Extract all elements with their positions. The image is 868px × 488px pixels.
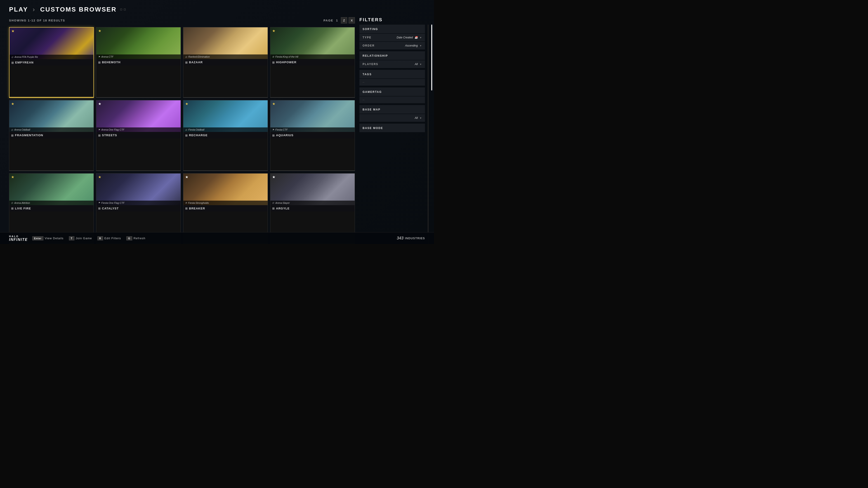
card-overlay-highpower: ★ <box>270 27 355 34</box>
title-dots <box>120 8 126 10</box>
halo-text: HALO <box>9 235 28 238</box>
action-key-1[interactable]: T <box>69 236 74 240</box>
filter-type-row[interactable]: TYPE Date Created 📅 ▼ <box>360 34 425 41</box>
card-overlay-recharge: ★ <box>183 100 268 107</box>
card-image-highpower: ★ ⚙ Fiesta:King of the Hil <box>270 27 355 59</box>
mode-icon-recharge: ◎ <box>185 129 187 131</box>
action-key-3[interactable]: G <box>126 236 132 240</box>
filter-basemap: BASE MAP <box>360 105 425 113</box>
mode-icon-aquarius: ⚑ <box>272 129 274 131</box>
scroll-track[interactable] <box>428 25 429 244</box>
card-star-catalyst: ★ <box>98 175 101 179</box>
type-dropdown-icon: ▼ <box>420 36 422 39</box>
bottom-action-2[interactable]: R Edit Filters <box>97 236 121 240</box>
card-mode-text-recharge: Fiesta:Oddball <box>188 128 204 131</box>
scroll-thumb <box>431 25 432 90</box>
card-map-name-livefire: Live Fire <box>15 207 31 210</box>
action-label-1: Join Game <box>76 236 92 240</box>
card-mode-catalyst: ⚑ Fiesta:One Flag CTF <box>96 201 181 205</box>
card-border-streets <box>96 170 181 171</box>
players-label: PLAYERS <box>363 63 378 66</box>
card-footer-behemoth: ▦ Behemoth <box>96 59 181 66</box>
studios-number: 343 <box>397 236 403 240</box>
separator: › <box>33 6 38 13</box>
filter-players-row[interactable]: PLAYERS All ▼ <box>360 60 425 68</box>
card-mode-argyle: ◎ Arena:Slayer <box>270 201 355 205</box>
card-mode-text-aquarius: Fiesta:CTF <box>275 128 287 131</box>
basemap-dropdown-icon: ▼ <box>420 117 422 119</box>
card-map-name-fragmentation: Fragmentation <box>15 133 43 137</box>
card-highpower[interactable]: ★ ⚙ Fiesta:King of the Hil ▦ Highpower <box>270 27 355 98</box>
card-mode-text-highpower: Fiesta:King of the Hil <box>275 55 298 58</box>
card-streets[interactable]: ★ ⚑ Arena:One Flag CTF ▦ Streets <box>96 100 181 171</box>
card-border-bazaar <box>183 97 268 98</box>
card-empyrean[interactable]: ★ ◎ Arena:FFA Purple Re ▦ Empyrean <box>9 27 94 98</box>
card-overlay-streets: ★ <box>96 100 181 107</box>
map-icon-argyle: ▦ <box>272 207 275 210</box>
card-star-livefire: ★ <box>11 175 14 179</box>
title-dot-2 <box>124 8 126 10</box>
pagination-z-btn[interactable]: Z <box>341 17 347 24</box>
card-recharge[interactable]: ★ ◎ Fiesta:Oddball ▦ Recharge <box>183 100 268 171</box>
card-mode-streets: ⚑ Arena:One Flag CTF <box>96 127 181 132</box>
card-star-behemoth: ★ <box>98 29 101 33</box>
mode-icon-empyrean: ◎ <box>11 56 13 58</box>
card-mode-text-catalyst: Fiesta:One Flag CTF <box>101 201 125 204</box>
card-image-bazaar: ◎ Ranked:Elimination <box>183 27 268 59</box>
card-image-livefire: ★ ◎ Arena:Attrition <box>9 173 94 205</box>
bottom-action-3[interactable]: G Refresh <box>126 236 145 240</box>
filter-basemap-row[interactable]: All ▼ <box>360 114 425 122</box>
action-key-0[interactable]: Enter <box>32 236 43 240</box>
card-overlay-catalyst: ★ <box>96 173 181 181</box>
mode-icon-catalyst: ⚑ <box>98 201 100 204</box>
action-key-2[interactable]: R <box>97 236 103 240</box>
players-dropdown-icon: ▼ <box>420 63 422 66</box>
card-star-recharge: ★ <box>185 102 188 106</box>
mode-icon-livefire: ◎ <box>11 201 13 204</box>
pagination-x-btn[interactable]: X <box>348 17 355 24</box>
card-border-fragmentation <box>9 170 94 171</box>
results-bar: SHOWING 1-12 OF 18 RESULTS PAGE 1 Z X <box>9 17 355 24</box>
card-image-aquarius: ★ ⚑ Fiesta:CTF <box>270 100 355 132</box>
order-label: ORDER <box>363 44 375 47</box>
calendar-icon: 📅 <box>414 36 418 39</box>
cards-grid: ★ ◎ Arena:FFA Purple Re ▦ Empyrean ★ ⚑ A <box>9 27 355 244</box>
content-area: PLAY › CUSTOMS BROWSER SHOWING 1-12 OF 1… <box>9 6 355 244</box>
type-value-container: Date Created 📅 ▼ <box>397 36 422 39</box>
bottom-action-1[interactable]: T Join Game <box>69 236 92 240</box>
filters-title: FILTERS <box>360 17 425 22</box>
card-mode-behemoth: ⚑ Arena:CTF <box>96 55 181 59</box>
card-overlay-aquarius: ★ <box>270 100 355 107</box>
card-overlay-breaker: ★ <box>183 173 268 181</box>
mode-icon-behemoth: ⚑ <box>98 56 100 58</box>
basemode-label: BASE MODE <box>363 127 383 130</box>
map-icon-fragmentation: ▦ <box>11 134 13 137</box>
card-border-highpower <box>270 97 355 98</box>
relationship-label: RELATIONSHIP <box>363 54 388 57</box>
mode-icon-bazaar: ◎ <box>185 56 187 58</box>
card-overlay-behemoth: ★ <box>96 27 181 34</box>
card-aquarius[interactable]: ★ ⚑ Fiesta:CTF ▦ Aquarius <box>270 100 355 171</box>
map-icon-streets: ▦ <box>98 134 101 137</box>
bottom-action-0[interactable]: Enter View Details <box>32 236 64 240</box>
card-behemoth[interactable]: ★ ⚑ Arena:CTF ▦ Behemoth <box>96 27 181 98</box>
card-footer-breaker: ▦ Breaker <box>183 205 268 212</box>
card-mode-recharge: ◎ Fiesta:Oddball <box>183 127 268 132</box>
mode-icon-breaker: ⊕ <box>185 201 187 204</box>
card-footer-highpower: ▦ Highpower <box>270 59 355 66</box>
filter-gamertag: GAMERTAG <box>360 88 425 96</box>
card-fragmentation[interactable]: ★ ◎ Arena:Oddball ▦ Fragmentation <box>9 100 94 171</box>
card-star-streets: ★ <box>98 102 101 106</box>
card-map-name-recharge: Recharge <box>189 133 208 137</box>
action-label-2: Edit Filters <box>104 236 121 240</box>
card-star-breaker: ★ <box>185 175 188 179</box>
filter-order-row[interactable]: ORDER Ascending ▼ <box>360 42 425 50</box>
card-bazaar[interactable]: ◎ Ranked:Elimination ▦ Bazaar <box>183 27 268 98</box>
filter-relationship: RELATIONSHIP <box>360 51 425 60</box>
tags-dash: -- <box>360 79 425 86</box>
card-mode-livefire: ◎ Arena:Attrition <box>9 201 94 205</box>
card-overlay-livefire: ★ <box>9 173 94 181</box>
card-image-behemoth: ★ ⚑ Arena:CTF <box>96 27 181 59</box>
card-border-behemoth <box>96 97 181 98</box>
card-image-empyrean: ★ ◎ Arena:FFA Purple Re <box>9 28 93 59</box>
